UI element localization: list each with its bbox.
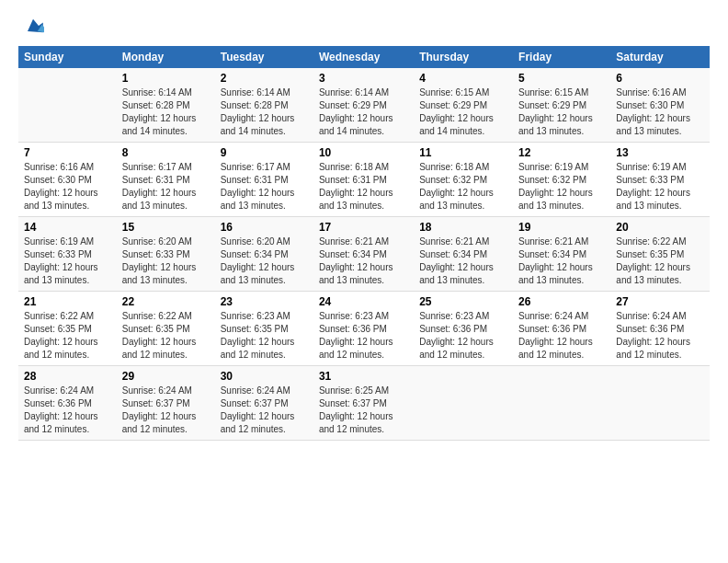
calendar-cell: 6Sunrise: 6:16 AM Sunset: 6:30 PM Daylig…	[610, 68, 710, 143]
day-number: 31	[319, 370, 408, 383]
logo-icon	[22, 15, 44, 37]
column-header-friday: Friday	[513, 46, 610, 68]
day-number: 23	[221, 295, 308, 308]
day-info: Sunrise: 6:15 AM Sunset: 6:29 PM Dayligh…	[419, 86, 507, 138]
day-info: Sunrise: 6:23 AM Sunset: 6:36 PM Dayligh…	[419, 310, 507, 362]
calendar-cell: 26Sunrise: 6:24 AM Sunset: 6:36 PM Dayli…	[513, 292, 610, 366]
calendar-cell: 23Sunrise: 6:23 AM Sunset: 6:35 PM Dayli…	[215, 292, 313, 366]
calendar-cell: 28Sunrise: 6:24 AM Sunset: 6:36 PM Dayli…	[18, 366, 117, 441]
calendar-cell: 25Sunrise: 6:23 AM Sunset: 6:36 PM Dayli…	[414, 292, 513, 366]
calendar-cell: 3Sunrise: 6:14 AM Sunset: 6:29 PM Daylig…	[313, 68, 414, 143]
day-number: 18	[419, 221, 507, 234]
day-number: 22	[122, 295, 210, 308]
day-number: 9	[221, 146, 308, 159]
day-number: 12	[518, 146, 605, 159]
day-info: Sunrise: 6:18 AM Sunset: 6:32 PM Dayligh…	[419, 161, 507, 213]
day-number: 13	[616, 146, 704, 159]
calendar-cell: 12Sunrise: 6:19 AM Sunset: 6:32 PM Dayli…	[513, 143, 610, 217]
calendar-cell: 1Sunrise: 6:14 AM Sunset: 6:28 PM Daylig…	[117, 68, 215, 143]
day-info: Sunrise: 6:19 AM Sunset: 6:33 PM Dayligh…	[24, 236, 111, 287]
day-info: Sunrise: 6:24 AM Sunset: 6:37 PM Dayligh…	[221, 385, 308, 436]
day-number: 14	[24, 221, 111, 234]
day-info: Sunrise: 6:21 AM Sunset: 6:34 PM Dayligh…	[319, 236, 408, 287]
day-info: Sunrise: 6:14 AM Sunset: 6:28 PM Dayligh…	[221, 86, 308, 138]
calendar-cell: 9Sunrise: 6:17 AM Sunset: 6:31 PM Daylig…	[215, 143, 313, 217]
calendar-cell: 10Sunrise: 6:18 AM Sunset: 6:31 PM Dayli…	[313, 143, 414, 217]
day-number: 24	[319, 295, 408, 308]
day-info: Sunrise: 6:21 AM Sunset: 6:34 PM Dayligh…	[518, 236, 605, 287]
day-number: 4	[419, 72, 507, 85]
column-header-tuesday: Tuesday	[215, 46, 313, 68]
day-info: Sunrise: 6:22 AM Sunset: 6:35 PM Dayligh…	[616, 236, 704, 287]
column-header-sunday: Sunday	[18, 46, 117, 68]
calendar-cell: 31Sunrise: 6:25 AM Sunset: 6:37 PM Dayli…	[313, 366, 414, 441]
week-row: 21Sunrise: 6:22 AM Sunset: 6:35 PM Dayli…	[18, 292, 710, 366]
calendar-cell: 20Sunrise: 6:22 AM Sunset: 6:35 PM Dayli…	[610, 217, 710, 292]
day-info: Sunrise: 6:14 AM Sunset: 6:29 PM Dayligh…	[319, 86, 408, 138]
calendar-cell: 5Sunrise: 6:15 AM Sunset: 6:29 PM Daylig…	[513, 68, 610, 143]
calendar-cell	[513, 366, 610, 441]
day-info: Sunrise: 6:17 AM Sunset: 6:31 PM Dayligh…	[221, 161, 308, 213]
day-info: Sunrise: 6:22 AM Sunset: 6:35 PM Dayligh…	[24, 310, 111, 362]
day-number: 25	[419, 295, 507, 308]
day-number: 16	[221, 221, 308, 234]
calendar-cell: 21Sunrise: 6:22 AM Sunset: 6:35 PM Dayli…	[18, 292, 117, 366]
week-row: 1Sunrise: 6:14 AM Sunset: 6:28 PM Daylig…	[18, 68, 710, 143]
day-info: Sunrise: 6:16 AM Sunset: 6:30 PM Dayligh…	[24, 161, 111, 213]
calendar-cell: 2Sunrise: 6:14 AM Sunset: 6:28 PM Daylig…	[215, 68, 313, 143]
day-number: 30	[221, 370, 308, 383]
day-number: 3	[319, 72, 408, 85]
day-number: 7	[24, 146, 111, 159]
calendar-cell: 19Sunrise: 6:21 AM Sunset: 6:34 PM Dayli…	[513, 217, 610, 292]
calendar-cell	[610, 366, 710, 441]
column-header-wednesday: Wednesday	[313, 46, 414, 68]
calendar-cell: 30Sunrise: 6:24 AM Sunset: 6:37 PM Dayli…	[215, 366, 313, 441]
day-info: Sunrise: 6:24 AM Sunset: 6:36 PM Dayligh…	[518, 310, 605, 362]
calendar-cell: 17Sunrise: 6:21 AM Sunset: 6:34 PM Dayli…	[313, 217, 414, 292]
calendar-cell	[414, 366, 513, 441]
logo	[18, 15, 44, 37]
header	[18, 15, 710, 37]
day-info: Sunrise: 6:24 AM Sunset: 6:36 PM Dayligh…	[24, 385, 111, 436]
calendar-cell: 16Sunrise: 6:20 AM Sunset: 6:34 PM Dayli…	[215, 217, 313, 292]
day-info: Sunrise: 6:19 AM Sunset: 6:33 PM Dayligh…	[616, 161, 704, 213]
column-header-monday: Monday	[117, 46, 215, 68]
day-info: Sunrise: 6:21 AM Sunset: 6:34 PM Dayligh…	[419, 236, 507, 287]
day-number: 8	[122, 146, 210, 159]
day-info: Sunrise: 6:16 AM Sunset: 6:30 PM Dayligh…	[616, 86, 704, 138]
calendar-cell: 7Sunrise: 6:16 AM Sunset: 6:30 PM Daylig…	[18, 143, 117, 217]
day-info: Sunrise: 6:25 AM Sunset: 6:37 PM Dayligh…	[319, 385, 408, 436]
calendar-cell: 29Sunrise: 6:24 AM Sunset: 6:37 PM Dayli…	[117, 366, 215, 441]
day-number: 1	[122, 72, 210, 85]
day-info: Sunrise: 6:22 AM Sunset: 6:35 PM Dayligh…	[122, 310, 210, 362]
day-number: 2	[221, 72, 308, 85]
calendar-cell: 27Sunrise: 6:24 AM Sunset: 6:36 PM Dayli…	[610, 292, 710, 366]
calendar-cell: 8Sunrise: 6:17 AM Sunset: 6:31 PM Daylig…	[117, 143, 215, 217]
day-number: 26	[518, 295, 605, 308]
week-row: 28Sunrise: 6:24 AM Sunset: 6:36 PM Dayli…	[18, 366, 710, 441]
day-info: Sunrise: 6:20 AM Sunset: 6:34 PM Dayligh…	[221, 236, 308, 287]
calendar-cell	[18, 68, 117, 143]
day-info: Sunrise: 6:17 AM Sunset: 6:31 PM Dayligh…	[122, 161, 210, 213]
day-number: 21	[24, 295, 111, 308]
day-info: Sunrise: 6:20 AM Sunset: 6:33 PM Dayligh…	[122, 236, 210, 287]
day-number: 5	[518, 72, 605, 85]
day-number: 17	[319, 221, 408, 234]
calendar-cell: 4Sunrise: 6:15 AM Sunset: 6:29 PM Daylig…	[414, 68, 513, 143]
day-number: 20	[616, 221, 704, 234]
week-row: 14Sunrise: 6:19 AM Sunset: 6:33 PM Dayli…	[18, 217, 710, 292]
day-number: 6	[616, 72, 704, 85]
page: SundayMondayTuesdayWednesdayThursdayFrid…	[0, 0, 728, 563]
column-header-thursday: Thursday	[414, 46, 513, 68]
calendar-cell: 15Sunrise: 6:20 AM Sunset: 6:33 PM Dayli…	[117, 217, 215, 292]
column-header-saturday: Saturday	[610, 46, 710, 68]
day-info: Sunrise: 6:15 AM Sunset: 6:29 PM Dayligh…	[518, 86, 605, 138]
calendar-cell: 13Sunrise: 6:19 AM Sunset: 6:33 PM Dayli…	[610, 143, 710, 217]
calendar-cell: 24Sunrise: 6:23 AM Sunset: 6:36 PM Dayli…	[313, 292, 414, 366]
day-info: Sunrise: 6:14 AM Sunset: 6:28 PM Dayligh…	[122, 86, 210, 138]
day-number: 27	[616, 295, 704, 308]
day-number: 29	[122, 370, 210, 383]
header-row: SundayMondayTuesdayWednesdayThursdayFrid…	[18, 46, 710, 68]
week-row: 7Sunrise: 6:16 AM Sunset: 6:30 PM Daylig…	[18, 143, 710, 217]
day-info: Sunrise: 6:24 AM Sunset: 6:37 PM Dayligh…	[122, 385, 210, 436]
